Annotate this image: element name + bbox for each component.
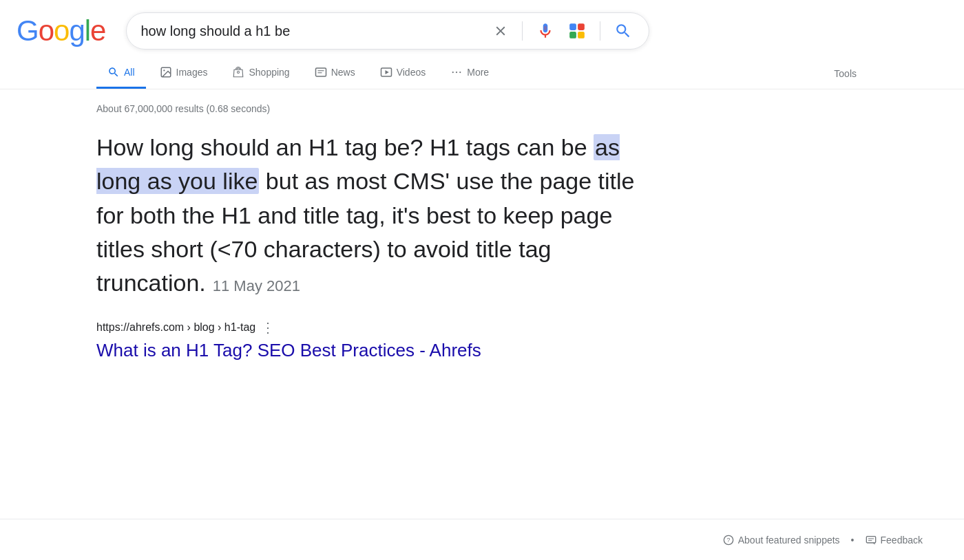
tab-news-label: News [331,67,355,78]
search-button[interactable] [611,19,635,43]
svg-point-6 [163,69,165,71]
tab-all[interactable]: All [96,58,146,89]
search-bar: how long should a h1 be [126,12,649,50]
snippet-text: How long should an H1 tag be? H1 tags ca… [96,131,661,300]
search-divider-2 [600,21,600,41]
results-count: About 67,000,000 results (0.68 seconds) [96,103,661,114]
footer-links: ? About featured snippets • Feedback [723,535,923,546]
news-icon [315,66,327,78]
logo-letter-g2: g [69,14,84,47]
tab-all-label: All [124,67,135,78]
tab-more[interactable]: More [439,58,500,89]
logo-letter-e: e [90,14,105,47]
svg-rect-4 [578,32,585,39]
logo-letter-g: G [17,14,39,47]
header: Google how long should a h1 be [0,0,964,56]
tab-videos[interactable]: Videos [369,58,437,89]
search-divider [522,21,523,41]
logo-letter-l: l [85,14,90,47]
featured-snippet: How long should an H1 tag be? H1 tags ca… [96,131,661,300]
svg-point-13 [456,72,457,73]
source-url-menu[interactable]: ⋮ [261,319,275,336]
svg-rect-1 [570,23,577,30]
tools-button[interactable]: Tools [823,60,868,87]
logo-letter-o1: o [39,14,54,47]
svg-rect-2 [578,23,585,30]
snippet-text-before: How long should an H1 tag be? H1 tags ca… [96,134,594,160]
search-icon [107,66,120,78]
result-title-link[interactable]: What is an H1 Tag? SEO Best Practices - … [96,340,481,360]
svg-point-12 [452,72,454,73]
videos-icon [380,66,392,78]
tab-more-label: More [467,67,489,78]
feedback-label: Feedback [881,535,923,546]
logo-letter-o2: o [54,14,69,47]
voice-search-button[interactable] [534,19,557,43]
image-search-button[interactable] [565,19,589,43]
feedback-link[interactable]: Feedback [866,535,923,546]
tab-news[interactable]: News [304,58,366,89]
search-input[interactable]: how long should a h1 be [140,23,482,39]
tab-shopping[interactable]: Shopping [221,58,300,89]
more-icon [450,66,463,78]
clear-button[interactable] [490,21,511,41]
tab-shopping-label: Shopping [249,67,289,78]
snippet-date: 11 May 2021 [213,277,300,294]
svg-marker-11 [385,70,388,74]
google-logo[interactable]: Google [17,14,105,47]
svg-text:?: ? [726,537,730,543]
svg-rect-3 [570,32,577,39]
source-url-text: https://ahrefs.com › blog › h1-tag [96,321,255,334]
help-icon: ? [723,535,734,546]
svg-point-0 [544,25,547,30]
about-featured-snippets-link[interactable]: ? About featured snippets [723,535,840,546]
tab-images[interactable]: Images [149,58,219,89]
main-content: About 67,000,000 results (0.68 seconds) … [0,89,757,389]
shopping-icon [232,66,244,78]
footer-separator: • [851,535,855,546]
svg-point-14 [459,72,461,73]
tab-images-label: Images [176,67,208,78]
about-snippets-label: About featured snippets [738,535,840,546]
svg-rect-17 [866,536,875,542]
svg-rect-7 [315,68,326,76]
images-icon [160,66,172,78]
nav-tabs: All Images Shopping New [0,58,964,89]
footer-bar: ? About featured snippets • Feedback [0,519,964,560]
feedback-icon [866,535,877,546]
tab-videos-label: Videos [397,67,426,78]
source-url: https://ahrefs.com › blog › h1-tag ⋮ [96,319,661,336]
search-bar-wrapper: how long should a h1 be [126,12,649,50]
